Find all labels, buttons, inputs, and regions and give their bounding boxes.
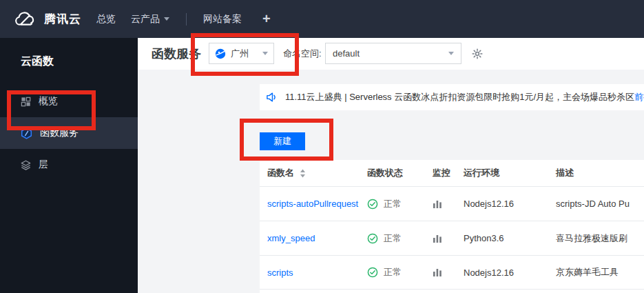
table-header-row: 函数名 函数状态 监控 运行环境 描述 — [260, 160, 644, 186]
table-row: scripts 正常 No — [260, 255, 644, 290]
page-title: 函数服务 — [152, 46, 201, 62]
top-tab-icp-filing[interactable]: 网站备案 — [203, 13, 242, 26]
table-row: xmly_speed 正常 — [260, 221, 644, 255]
runtime-text: Nodejs12.16 — [464, 267, 514, 278]
chevron-down-icon — [164, 17, 169, 21]
function-name-link[interactable]: scripts-autoPullrequest — [267, 199, 358, 209]
sidebar-item-layers[interactable]: 层 — [0, 149, 138, 181]
runtime-text: Python3.6 — [464, 233, 504, 243]
description-text: 京东薅羊毛工具 — [556, 266, 619, 279]
status-text: 正常 — [384, 198, 402, 210]
status-ok-icon — [367, 267, 378, 278]
sidebar-item-label: 函数服务 — [40, 127, 79, 139]
topbar-divider — [186, 13, 187, 26]
create-function-button[interactable]: 新建 — [260, 132, 305, 150]
region-selector[interactable]: 广州 — [209, 43, 274, 64]
status-text: 正常 — [384, 232, 402, 245]
speaker-icon — [266, 92, 278, 103]
layers-icon — [21, 160, 31, 170]
column-header-runtime: 运行环境 — [456, 167, 548, 179]
chevron-down-icon — [448, 52, 454, 55]
region-value: 广州 — [231, 48, 258, 60]
sidebar-item-label: 概览 — [39, 95, 58, 108]
function-hexagon-icon — [21, 128, 32, 139]
status-text: 正常 — [384, 266, 402, 279]
top-tab-overview[interactable]: 总览 — [96, 13, 116, 26]
monitor-barchart-icon[interactable] — [433, 199, 442, 209]
column-header-description: 描述 — [548, 167, 644, 179]
sort-icon[interactable] — [300, 169, 306, 178]
banner-go-link[interactable]: 前往 — [634, 91, 644, 103]
promo-banner: 11.11云上盛典 | Serverless 云函数冰点折扣资源包限时抢购1元/… — [260, 84, 644, 110]
page-header: 函数服务 广州 命名空间: default — [138, 38, 644, 70]
table-row: scripts-autoPullrequest 正常 — [260, 186, 644, 221]
column-header-name[interactable]: 函数名 — [260, 167, 360, 179]
monitor-barchart-icon[interactable] — [433, 234, 442, 243]
globe-icon — [215, 48, 226, 59]
function-name-link[interactable]: xmly_speed — [267, 233, 315, 243]
namespace-value: default — [333, 48, 444, 59]
function-table: 函数名 函数状态 监控 运行环境 描述 scripts-autoPullrequ… — [260, 160, 644, 293]
sidebar-title: 云函数 — [21, 54, 138, 69]
top-navigation-bar: 腾讯云 总览 云产品 网站备案 + — [0, 0, 644, 38]
description-text: scripts-JD Auto Pu — [556, 199, 630, 209]
gear-icon[interactable] — [472, 48, 483, 62]
top-tab-cloud-products[interactable]: 云产品 — [131, 13, 169, 26]
grid-icon — [21, 97, 31, 107]
sidebar-item-function-service[interactable]: 函数服务 — [0, 117, 138, 149]
namespace-select[interactable]: default — [325, 43, 461, 64]
brand[interactable]: 腾讯云 — [12, 10, 94, 28]
status-ok-icon — [367, 199, 378, 210]
banner-text: 11.11云上盛典 | Serverless 云函数冰点折扣资源包限时抢购1元/… — [285, 91, 634, 103]
sidebar-item-label: 层 — [39, 159, 48, 171]
add-tab-button[interactable]: + — [262, 11, 271, 27]
sidebar: 云函数 概览 函数服务 — [0, 38, 138, 293]
description-text: 喜马拉雅极速版刷 — [556, 232, 627, 245]
tencent-cloud-console: 腾讯云 总览 云产品 网站备案 + 云函数 — [0, 0, 644, 293]
tencent-cloud-logo-icon — [12, 10, 39, 28]
brand-name: 腾讯云 — [44, 11, 81, 27]
status-ok-icon — [367, 233, 378, 244]
column-header-monitor: 监控 — [425, 167, 456, 179]
runtime-text: Nodejs12.16 — [464, 199, 514, 209]
chevron-down-icon — [262, 52, 268, 55]
monitor-barchart-icon[interactable] — [433, 267, 442, 277]
sidebar-item-overview[interactable]: 概览 — [0, 85, 138, 117]
column-header-status: 函数状态 — [360, 167, 425, 179]
namespace-label: 命名空间: — [283, 48, 322, 60]
function-name-link[interactable]: scripts — [267, 267, 293, 278]
